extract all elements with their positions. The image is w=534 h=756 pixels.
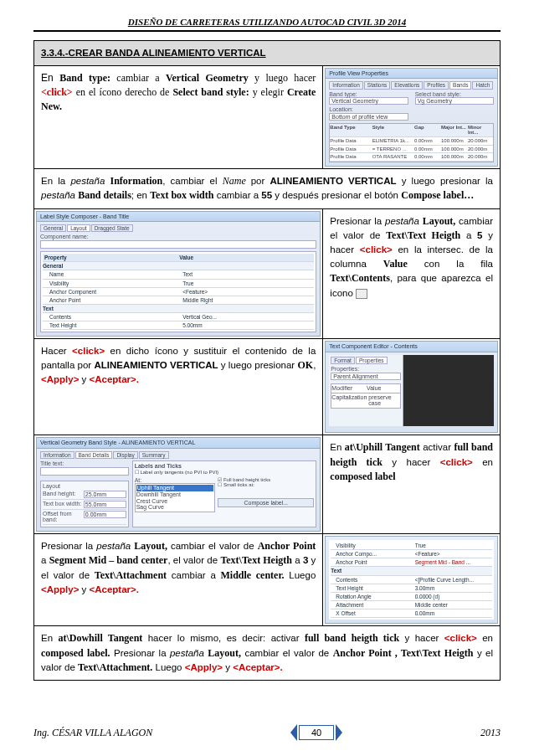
cell-shot-pvp: Profile View Properties Information Stat…	[323, 65, 501, 168]
pvp-selstyle-lbl: Select band style:	[415, 91, 494, 98]
t: <click>	[360, 244, 393, 255]
t: En la	[41, 176, 70, 186]
t: <click>	[444, 633, 477, 643]
pvp-loc-lbl: Location:	[329, 106, 408, 113]
t: Small ticks at:	[223, 482, 254, 487]
t: activar	[420, 442, 454, 452]
t: <click>	[440, 457, 473, 467]
t: , el valor de	[167, 555, 220, 565]
pvp-tab-active: Bands	[449, 81, 471, 89]
vgbs-compose-btn: Compose label...	[218, 498, 314, 508]
cell-shot-tce: Text Component Editor - Contents FormatP…	[323, 339, 501, 435]
t: por	[251, 176, 270, 186]
t: ,	[313, 360, 316, 370]
t: cambiar el valor de	[167, 541, 258, 551]
cell-p7: En at\Dowhill Tangent hacer lo mismo, es…	[34, 626, 501, 681]
t: y hacer	[383, 457, 440, 467]
pvp-grid-row: Profile DataELIMETRIA 1k...0.00mm100.000…	[330, 137, 493, 146]
t: pestaña	[170, 648, 208, 658]
t: a	[292, 555, 303, 565]
p1-t5: y luego hacer	[249, 72, 316, 84]
lsc-tab: Dragged State	[91, 224, 133, 232]
t: Anchor Point	[258, 540, 316, 552]
t: con la fila	[408, 259, 493, 269]
t: pestaña	[385, 216, 423, 226]
vgbs-tab-active: Band Details	[75, 451, 113, 459]
p1-t: En	[41, 72, 59, 84]
t: Name	[223, 175, 251, 187]
screenshot-properties: VisibilityTrue Anchor Compo...<Feature> …	[325, 536, 498, 624]
cell-p5: En at\Uphill Tangent activar full band h…	[323, 435, 501, 534]
vgbs-tab: Display	[113, 451, 137, 459]
vgbs-tab: Information	[40, 451, 74, 459]
t: a	[460, 230, 477, 240]
tce-tab: Format	[331, 357, 355, 364]
vgbs-tt-field	[40, 467, 129, 476]
t: Labels and Ticks	[135, 463, 315, 470]
screenshot-label-style-composer: Label Style Composer - Band Title Genera…	[36, 211, 321, 337]
screenshot-profile-view-properties: Profile View Properties Information Stat…	[325, 68, 498, 167]
t: Layout	[43, 483, 126, 490]
vgbs-at-sel: Uphill Tangent	[136, 485, 214, 491]
vgbs-title: Vertical Geometry Band Style - ALINEAMIE…	[37, 438, 320, 449]
pvp-titlebar: Profile View Properties	[326, 69, 497, 80]
cell-p4: Hacer <click> en dicho ícono y sustituir…	[34, 339, 323, 435]
vgbs-tt-lbl: Title text:	[40, 460, 129, 467]
t: <Aceptar>.	[90, 374, 139, 384]
tce-title: Text Component Editor - Contents	[326, 342, 497, 352]
page-footer: Ing. CÉSAR VILLA ALAGON 40 2013	[33, 724, 501, 741]
t: En	[41, 633, 58, 643]
page-number-ribbon: 40	[290, 724, 342, 741]
p1-sbs: Select band style:	[172, 86, 249, 98]
t: En	[330, 442, 344, 452]
t: ALINEAMIENTO VERTICAL	[270, 176, 397, 186]
t: <click>	[72, 346, 105, 356]
t: , cambiar el	[162, 176, 223, 186]
pvp-tabs: Information Stations Elevations Profiles…	[329, 81, 494, 89]
pvp-grid-header: Band TypeStyleGapMajor Int...Minor Int..…	[330, 124, 493, 137]
t: pestaña	[41, 190, 78, 200]
p1-t3: cambiar a	[110, 72, 166, 84]
vgbs-tab: Summary	[139, 451, 169, 459]
lsc-comp-field	[40, 240, 316, 249]
t: Luego	[152, 662, 184, 672]
t: pestaña	[96, 541, 134, 551]
t: OK	[297, 359, 313, 371]
t: Text\Contents	[330, 272, 390, 284]
t: full band heigth tick	[305, 632, 399, 644]
pvp-tab: Profiles	[424, 81, 449, 89]
t: cambiar el valor de	[241, 648, 333, 658]
p1-t9: y elegir	[249, 86, 287, 98]
t: composed label	[330, 471, 395, 482]
cell-p2: En la pestaña Information, cambiar el Na…	[34, 168, 501, 208]
t: y	[79, 584, 89, 594]
t: Presionar la	[110, 648, 170, 658]
t: y después presionar el botón	[272, 190, 401, 200]
ribbon-left-icon	[290, 724, 297, 741]
t: Luego	[285, 570, 316, 580]
t: Text\Attachment	[95, 569, 167, 581]
p1-t7: en el ícono derecho de	[73, 86, 173, 98]
cell-p1: En Band type: cambiar a Vertical Geometr…	[34, 65, 323, 168]
pvp-tab: Information	[329, 81, 363, 89]
t: y luego presionar	[218, 360, 298, 370]
cell-shot-lsc: Label Style Composer - Band Title Genera…	[34, 208, 323, 339]
header-rule	[33, 30, 501, 32]
t: Layout,	[423, 215, 456, 227]
pvp-grid-row: Profile DataOTA RASANTE0.00mm100.000m20.…	[330, 153, 493, 162]
t: <Aceptar>.	[233, 662, 282, 672]
cell-p3: Presionar la pestaña Layout, cambiar el …	[323, 208, 501, 339]
cell-p6: Presionar la pestaña Layout, cambiar el …	[34, 533, 323, 625]
tce-prop-val: Parent Alignment	[331, 373, 401, 380]
t: Hacer	[41, 346, 72, 356]
t: en	[473, 457, 493, 467]
t: cambiar a	[213, 190, 261, 200]
t: y luego presionar la	[397, 176, 493, 186]
t: Text\Attachment.	[78, 661, 152, 673]
t: ALINEAMIENTO VERTICAL	[94, 360, 218, 370]
t: at\Uphill Tangent	[345, 441, 420, 453]
p1-vg: Vertical Geometry	[166, 72, 249, 84]
p1-click: <click>	[41, 86, 73, 98]
t: at\Dowhill Tangent	[58, 632, 142, 644]
t: Middle center.	[221, 569, 285, 581]
